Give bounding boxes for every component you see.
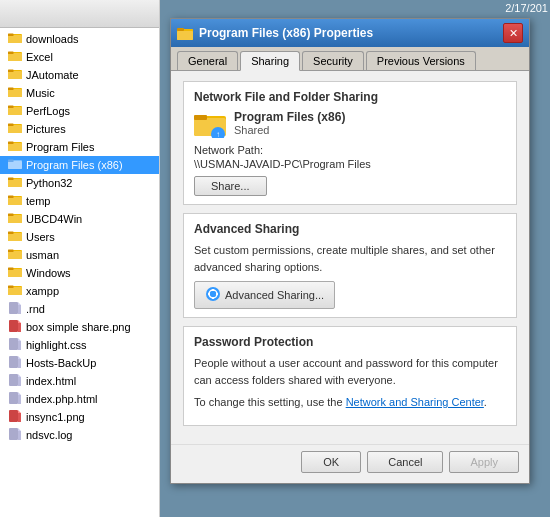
svg-rect-32 xyxy=(8,213,14,216)
svg-rect-16 xyxy=(8,125,22,133)
svg-rect-68 xyxy=(18,431,21,440)
item-label: Python32 xyxy=(26,177,72,189)
tab-sharing[interactable]: Sharing xyxy=(240,51,300,71)
svg-marker-46 xyxy=(18,302,21,305)
network-sharing-center-link[interactable]: Network and Sharing Center xyxy=(346,396,484,408)
explorer-item[interactable]: insync1.png xyxy=(0,408,159,426)
svg-rect-14 xyxy=(8,105,14,108)
svg-rect-63 xyxy=(9,410,18,422)
item-label: xampp xyxy=(26,285,59,297)
svg-rect-83 xyxy=(216,293,218,295)
svg-rect-29 xyxy=(8,195,14,198)
network-path-label: Network Path: xyxy=(194,144,506,156)
svg-rect-28 xyxy=(8,197,22,205)
svg-rect-62 xyxy=(18,395,21,404)
item-icon xyxy=(8,428,26,443)
svg-rect-43 xyxy=(8,287,22,295)
close-button[interactable]: ✕ xyxy=(503,23,523,43)
explorer-header xyxy=(0,0,159,28)
svg-rect-45 xyxy=(9,302,18,314)
tab-previous-versions[interactable]: Previous Versions xyxy=(366,51,476,70)
item-icon xyxy=(8,68,26,83)
svg-rect-10 xyxy=(8,89,22,97)
item-icon xyxy=(8,374,26,389)
explorer-item[interactable]: Program Files xyxy=(0,138,159,156)
svg-rect-72 xyxy=(177,28,184,31)
apply-button[interactable]: Apply xyxy=(449,451,519,473)
item-label: PerfLogs xyxy=(26,105,70,117)
advanced-section: Advanced Sharing Set custom permissions,… xyxy=(183,213,517,318)
item-icon xyxy=(8,266,26,281)
item-label: ndsvc.log xyxy=(26,429,72,441)
explorer-item[interactable]: Users xyxy=(0,228,159,246)
svg-rect-44 xyxy=(8,285,14,288)
explorer-item[interactable]: .rnd xyxy=(0,300,159,318)
item-icon xyxy=(8,140,26,155)
share-folder-name: Program Files (x86) xyxy=(234,110,345,124)
explorer-item[interactable]: xampp xyxy=(0,282,159,300)
svg-rect-22 xyxy=(8,161,22,169)
item-icon xyxy=(8,50,26,65)
explorer-item[interactable]: UBCD4Win xyxy=(0,210,159,228)
explorer-item[interactable]: Program Files (x86) xyxy=(0,156,159,174)
explorer-item[interactable]: Hosts-BackUp xyxy=(0,354,159,372)
dialog-footer: OK Cancel Apply xyxy=(171,444,529,483)
share-button[interactable]: Share... xyxy=(194,176,267,196)
svg-marker-67 xyxy=(18,428,21,431)
item-label: index.html xyxy=(26,375,76,387)
item-label: Hosts-BackUp xyxy=(26,357,96,369)
item-label: Music xyxy=(26,87,55,99)
explorer-item[interactable]: highlight.css xyxy=(0,336,159,354)
svg-text:↑: ↑ xyxy=(216,130,220,138)
explorer-item[interactable]: index.html xyxy=(0,372,159,390)
item-label: usman xyxy=(26,249,59,261)
explorer-item[interactable]: Python32 xyxy=(0,174,159,192)
explorer-item[interactable]: box simple share.png xyxy=(0,318,159,336)
item-icon xyxy=(8,338,26,353)
item-icon xyxy=(8,284,26,299)
explorer-item[interactable]: PerfLogs xyxy=(0,102,159,120)
item-label: highlight.css xyxy=(26,339,87,351)
advanced-sharing-button[interactable]: Advanced Sharing... xyxy=(194,281,335,309)
explorer-item[interactable]: Music xyxy=(0,84,159,102)
svg-rect-59 xyxy=(18,377,21,386)
svg-marker-55 xyxy=(18,356,21,359)
explorer-item[interactable]: ndsvc.log xyxy=(0,426,159,444)
item-label: box simple share.png xyxy=(26,321,131,333)
explorer-item[interactable]: index.php.html xyxy=(0,390,159,408)
item-icon xyxy=(8,212,26,227)
svg-rect-17 xyxy=(8,123,14,126)
dialog-content: Network File and Folder Sharing ↑ Progra… xyxy=(171,71,529,444)
item-label: .rnd xyxy=(26,303,45,315)
svg-rect-26 xyxy=(8,177,14,180)
explorer-item[interactable]: temp xyxy=(0,192,159,210)
item-label: Program Files (x86) xyxy=(26,159,123,171)
password-section-title: Password Protection xyxy=(194,335,506,349)
item-icon xyxy=(8,158,26,173)
explorer-item[interactable]: Pictures xyxy=(0,120,159,138)
svg-rect-25 xyxy=(8,179,22,187)
item-icon xyxy=(8,392,26,407)
item-label: JAutomate xyxy=(26,69,79,81)
dialog-title: Program Files (x86) Properties xyxy=(199,26,503,40)
svg-rect-75 xyxy=(194,115,207,120)
svg-rect-41 xyxy=(8,267,14,270)
tab-general[interactable]: General xyxy=(177,51,238,70)
explorer-item[interactable]: downloads xyxy=(0,30,159,48)
item-label: insync1.png xyxy=(26,411,85,423)
svg-rect-37 xyxy=(8,251,22,259)
svg-rect-11 xyxy=(8,87,14,90)
ok-button[interactable]: OK xyxy=(301,451,361,473)
advanced-section-title: Advanced Sharing xyxy=(194,222,506,236)
cancel-button[interactable]: Cancel xyxy=(367,451,443,473)
explorer-item[interactable]: Windows xyxy=(0,264,159,282)
explorer-item[interactable]: JAutomate xyxy=(0,66,159,84)
explorer-item[interactable]: Excel xyxy=(0,48,159,66)
explorer-item[interactable]: usman xyxy=(0,246,159,264)
tab-security[interactable]: Security xyxy=(302,51,364,70)
item-icon xyxy=(8,32,26,47)
svg-rect-13 xyxy=(8,107,22,115)
item-label: Windows xyxy=(26,267,71,279)
item-label: index.php.html xyxy=(26,393,98,405)
svg-rect-31 xyxy=(8,215,22,223)
